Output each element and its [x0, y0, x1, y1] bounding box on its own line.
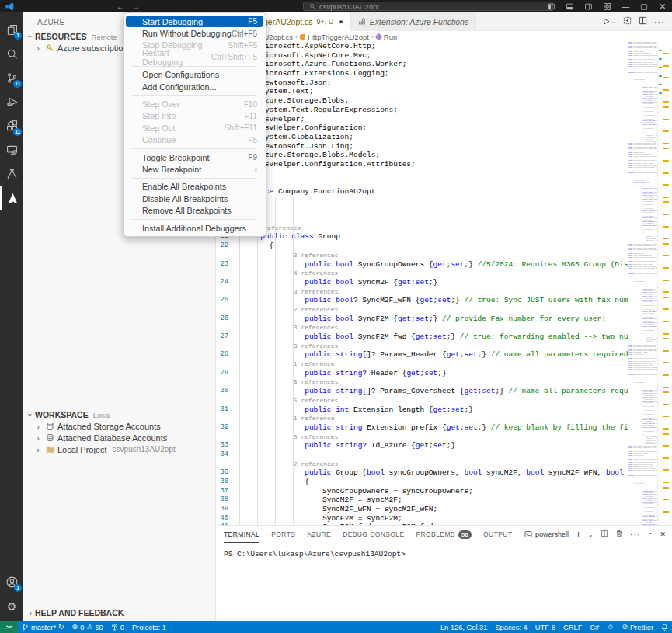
line-number[interactable]: 34	[217, 450, 234, 460]
minimap[interactable]: using Microsoft.AspNetCore.Http;using Mi…	[628, 42, 657, 525]
code-line[interactable]: 40 SyncF2M = syncF2M;	[217, 514, 628, 523]
run-menu-item[interactable]: Enable All Breakpoints	[126, 181, 263, 193]
more-actions-icon[interactable]: ···	[654, 17, 665, 26]
language-mode[interactable]: C#	[586, 621, 603, 633]
activitybar-azure[interactable]	[0, 186, 23, 210]
code-line[interactable]: 27 public bool SyncF2M_fwd {get;set;} //…	[217, 332, 628, 342]
panel-tab[interactable]: DEBUG CONSOLE	[343, 526, 404, 543]
breadcrumb-member[interactable]: Run	[384, 33, 397, 41]
line-number[interactable]	[217, 251, 234, 260]
panel-tab[interactable]: PROBLEMS 50	[416, 526, 472, 543]
close-button[interactable]: ✕	[653, 0, 672, 12]
activitybar-search[interactable]	[0, 42, 23, 66]
tree-item-local-project[interactable]: › Local Project csvpush13AU2opt	[23, 443, 215, 455]
line-number[interactable]: 23	[217, 260, 234, 270]
run-menu-item[interactable]	[132, 148, 257, 149]
codelens-row[interactable]: 8 references	[217, 377, 628, 387]
line-number[interactable]: 29	[217, 369, 234, 378]
new-terminal-icon[interactable]: +	[576, 529, 581, 540]
activitybar-explorer[interactable]: 1	[0, 18, 23, 42]
code-line[interactable]: 7using Azure.Storage.Blobs;	[217, 96, 628, 106]
code-line[interactable]: 13using Azure.Storage.Blobs.Models;	[217, 151, 628, 160]
code-line[interactable]: 10using CsvHelper.Configuration;	[217, 123, 628, 133]
codelens-row[interactable]: 5 references	[217, 396, 628, 405]
codelens-row[interactable]: 3 references	[217, 251, 628, 260]
run-menu-item[interactable]: Run Without Debugging Ctrl+F5	[126, 27, 263, 39]
code-line[interactable]: 26 public bool SyncF2M {get;set;} // pro…	[217, 315, 628, 324]
codelens-row[interactable]: 2 references	[217, 305, 628, 315]
tab-extension-azure-functions[interactable]: Extension: Azure Functions	[351, 12, 476, 31]
codelens-row[interactable]: 3 references	[217, 287, 628, 297]
problems-status[interactable]: ⊗ 0 ⚠ 50	[68, 621, 107, 633]
tree-item-database-accounts[interactable]: › Attached Database Accounts	[23, 432, 215, 443]
codelens-row[interactable]: 1 reference	[217, 360, 628, 369]
code-line[interactable]: 19	[217, 205, 628, 214]
code-line[interactable]: 11using System.Globalization;	[217, 133, 628, 142]
section-workspace[interactable]: › WORKSPACE Local	[23, 409, 215, 420]
line-number[interactable]: 36	[217, 478, 234, 487]
codelens-row[interactable]: 1 reference	[217, 414, 628, 423]
activitybar-accounts[interactable]: 1	[0, 570, 23, 594]
projects-status[interactable]: Projects: 1	[128, 621, 170, 633]
code-line[interactable]: 31 public int Extension_length {get;set;…	[217, 405, 628, 415]
split-terminal-icon[interactable]	[601, 530, 608, 539]
code-line[interactable]: 23 public bool SyncGroupOwners {get;set;…	[217, 260, 628, 270]
line-number[interactable]: 28	[217, 350, 234, 360]
code-line[interactable]: 9using CsvHelper;	[217, 115, 628, 124]
line-number[interactable]	[217, 305, 234, 315]
activitybar-remote-explorer[interactable]	[0, 138, 23, 162]
line-number[interactable]	[217, 433, 234, 442]
run-menu-item[interactable]: Start Debugging F5	[126, 16, 263, 27]
code-line[interactable]: 28 public string[]? Params_Header {get;s…	[217, 350, 628, 360]
run-menu-item[interactable]: Install Additional Debuggers...	[126, 222, 263, 234]
indentation[interactable]: Spaces: 4	[491, 621, 531, 633]
layout-sidebar-icon[interactable]	[541, 0, 560, 12]
split-editor-icon[interactable]	[639, 16, 647, 26]
ports-status[interactable]: 0	[107, 621, 128, 633]
line-number[interactable]: 40	[217, 514, 234, 523]
code-line[interactable]: 24 public bool SyncM2F {get;set;}	[217, 278, 628, 287]
code-line[interactable]: 15	[217, 169, 628, 179]
run-menu-item[interactable]: Step Out Shift+F11	[126, 122, 263, 134]
cursor-position[interactable]: Ln 126, Col 31	[437, 621, 491, 633]
line-number[interactable]	[217, 414, 234, 423]
more-actions-icon[interactable]: ···	[630, 530, 641, 539]
run-menu-item[interactable]: Open Configurations	[126, 69, 263, 81]
code-line[interactable]: 1using Microsoft.AspNetCore.Http;	[217, 42, 628, 51]
layout-secondary-sidebar-icon[interactable]	[579, 0, 597, 12]
run-menu-item[interactable]: Remove All Breakpoints	[126, 204, 263, 216]
line-number[interactable]: 32	[217, 423, 234, 433]
code-line[interactable]: 25 public bool? SyncM2F_wFN {get;set;} /…	[217, 296, 628, 305]
codelens-row[interactable]: 3 references	[217, 323, 628, 332]
line-number[interactable]: 25	[217, 296, 234, 305]
code-line[interactable]: 17namespace Company.FunctionAU2opt	[217, 187, 628, 197]
line-number[interactable]: 39	[217, 505, 234, 514]
code-line[interactable]: 22 {	[217, 242, 628, 251]
code-line[interactable]: 8using System.Text.RegularExpressions;	[217, 106, 628, 115]
nav-forward-icon[interactable]: →	[132, 2, 140, 11]
run-or-debug-button[interactable]: ⌄	[602, 17, 616, 26]
line-number[interactable]	[217, 396, 234, 405]
activitybar-extensions[interactable]: 11	[0, 114, 23, 138]
nav-back-icon[interactable]: ←	[117, 2, 124, 11]
code-line[interactable]: 14using CsvHelper.Configuration.Attribut…	[217, 160, 628, 169]
line-number[interactable]: 26	[217, 315, 234, 324]
run-menu-item[interactable]: Disable All Breakpoints	[126, 193, 263, 204]
run-menu-item[interactable]: New Breakpoint ›	[126, 163, 263, 175]
shell-selector[interactable]: powershell	[524, 530, 569, 538]
line-number[interactable]: 38	[217, 496, 234, 505]
run-menu-item[interactable]: Continue F5	[126, 134, 263, 146]
code-line[interactable]: 4using Microsoft.Extensions.Logging;	[217, 69, 628, 78]
terminal-output[interactable]: PS C:\Users\lukasp\Azure\csvpush13AU2opt…	[217, 543, 672, 558]
line-number[interactable]	[217, 377, 234, 387]
code-line[interactable]: 12using Newtonsoft.Json.Linq;	[217, 142, 628, 151]
activitybar-settings[interactable]: ⚙	[0, 594, 23, 618]
codelens-row[interactable]: 5 references	[217, 433, 628, 442]
line-number[interactable]	[217, 287, 234, 297]
formatter-status[interactable]: ⊘ Prettier	[618, 621, 657, 633]
run-menu-item[interactable]: Toggle Breakpoint F9	[126, 151, 263, 163]
run-menu-item[interactable]: Step Over F10	[126, 98, 263, 110]
line-number[interactable]	[217, 269, 234, 278]
line-number[interactable]	[217, 342, 234, 351]
remote-indicator[interactable]: ><	[0, 621, 18, 633]
